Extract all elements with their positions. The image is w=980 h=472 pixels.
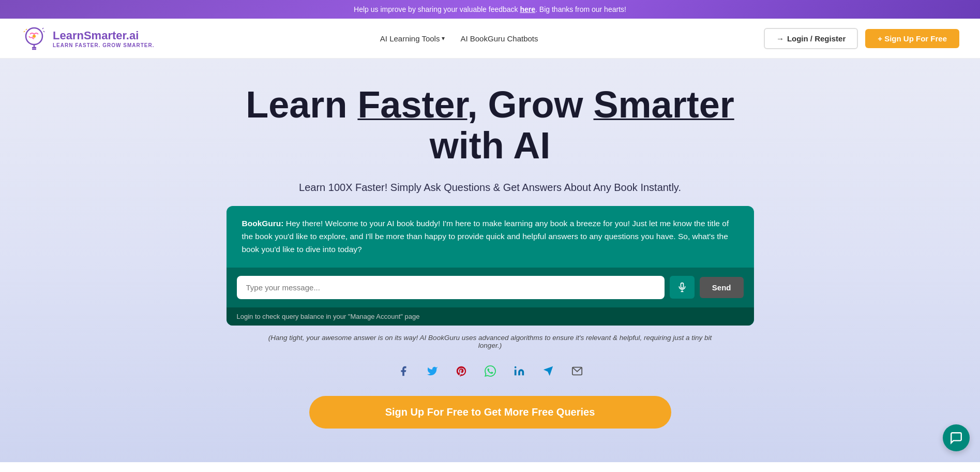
- hero-title: Learn Faster, Grow Smarter with AI: [206, 84, 775, 166]
- logo-tagline: LEARN FASTER. GROW SMARTER.: [53, 42, 154, 48]
- chat-widget: BookGuru: Hey there! Welcome to your AI …: [227, 206, 754, 325]
- svg-line-5: [26, 29, 27, 30]
- login-register-button[interactable]: → Login / Register: [764, 28, 858, 49]
- nav-links: AI Learning Tools AI BookGuru Chatbots: [380, 34, 538, 43]
- banner-text-after: . Big thanks from our hearts!: [535, 5, 626, 13]
- logo-text: LearnSmarter.ai LEARN FASTER. GROW SMART…: [53, 29, 154, 48]
- mic-icon: [677, 282, 687, 292]
- svg-line-7: [42, 28, 43, 29]
- top-banner: Help us improve by sharing your valuable…: [0, 0, 980, 19]
- bottom-cta-button[interactable]: Sign Up For Free to Get More Free Querie…: [309, 396, 671, 429]
- send-button[interactable]: Send: [700, 277, 744, 298]
- hero-section: Learn Faster, Grow Smarter with AI Learn…: [0, 58, 980, 462]
- svg-rect-9: [681, 283, 683, 288]
- social-share-row: [394, 362, 586, 380]
- chat-input[interactable]: [237, 276, 665, 299]
- logo-icon: [21, 25, 48, 52]
- hang-tight-note: (Hang tight, your awesome answer is on i…: [258, 334, 723, 349]
- chat-bubble-icon: [949, 431, 963, 445]
- hero-subtitle: Learn 100X Faster! Simply Ask Questions …: [299, 182, 681, 194]
- nav-ai-bookguru[interactable]: AI BookGuru Chatbots: [460, 34, 538, 43]
- pinterest-share-icon[interactable]: [452, 362, 471, 380]
- svg-line-6: [24, 31, 25, 32]
- chat-sender: BookGuru:: [242, 219, 284, 228]
- banner-link[interactable]: here: [520, 5, 535, 13]
- navbar: LearnSmarter.ai LEARN FASTER. GROW SMART…: [0, 19, 980, 58]
- chat-message: BookGuru: Hey there! Welcome to your AI …: [227, 206, 754, 267]
- mic-button[interactable]: [670, 276, 695, 299]
- linkedin-share-icon[interactable]: [510, 362, 529, 380]
- logo-name: LearnSmarter.ai: [53, 29, 154, 42]
- nav-ai-learning-tools[interactable]: AI Learning Tools: [380, 34, 445, 43]
- signup-button[interactable]: + Sign Up For Free: [865, 29, 959, 48]
- banner-text-before: Help us improve by sharing your valuable…: [354, 5, 520, 13]
- twitter-share-icon[interactable]: [423, 362, 442, 380]
- svg-line-8: [43, 31, 44, 32]
- telegram-share-icon[interactable]: [539, 362, 557, 380]
- chat-footer-note: Login to check query balance in your "Ma…: [227, 307, 754, 326]
- nav-actions: → Login / Register + Sign Up For Free: [764, 28, 959, 49]
- login-icon: →: [776, 34, 784, 43]
- email-share-icon[interactable]: [568, 362, 586, 380]
- whatsapp-share-icon[interactable]: [481, 362, 500, 380]
- svg-point-12: [514, 366, 516, 368]
- logo[interactable]: LearnSmarter.ai LEARN FASTER. GROW SMART…: [21, 25, 154, 52]
- floating-chat-button[interactable]: [943, 424, 970, 451]
- svg-point-4: [33, 35, 36, 38]
- facebook-share-icon[interactable]: [394, 362, 413, 380]
- chat-text: Hey there! Welcome to your AI book buddy…: [242, 219, 729, 254]
- chat-input-area: Send: [227, 268, 754, 307]
